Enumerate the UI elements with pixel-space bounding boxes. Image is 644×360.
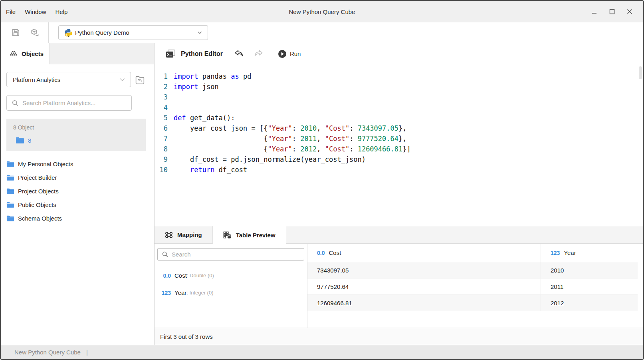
- sidebar-folder-item[interactable]: Project Objects: [6, 184, 149, 198]
- save-button[interactable]: [9, 26, 22, 40]
- redo-button[interactable]: [252, 47, 265, 61]
- table-row[interactable]: 12609466.812012: [307, 295, 638, 311]
- code-line[interactable]: 7 {"Year": 2011, "Cost": 9777520.64},: [155, 133, 643, 144]
- column-label-year: Year: [564, 249, 576, 256]
- window-title: New Python Query Cube: [1, 8, 643, 15]
- folder-up-icon: [135, 75, 145, 84]
- sidebar-search-input[interactable]: [22, 99, 127, 106]
- close-button[interactable]: [624, 6, 635, 17]
- search-result-group: 8 Object 8: [6, 119, 146, 151]
- sidebar-folder-item[interactable]: Public Objects: [6, 198, 149, 211]
- cell-year: 2010: [541, 262, 638, 278]
- code-line[interactable]: 3: [155, 92, 643, 102]
- python-query-icon: [64, 28, 73, 37]
- code-text: {"Year": 2012, "Cost": 12609466.81}]: [174, 144, 411, 154]
- line-number: 1: [155, 71, 174, 82]
- result-folder-label: 8: [28, 137, 31, 144]
- line-number: 9: [155, 154, 174, 165]
- code-text: return df_cost: [174, 165, 247, 175]
- maximize-icon: [609, 8, 615, 15]
- cell-cost: 9777520.64: [307, 278, 541, 294]
- sidebar-folder-item[interactable]: Schema Objects: [6, 211, 149, 225]
- preview-table: 0.0 Cost 123 Year 7343097.0520109777520.…: [307, 244, 638, 311]
- minimize-icon: [591, 8, 598, 15]
- code-line[interactable]: 5def get_data():: [155, 113, 643, 123]
- code-line[interactable]: 10 return df_cost: [155, 165, 643, 175]
- code-text: import json: [174, 82, 219, 92]
- maximize-button[interactable]: [606, 6, 618, 17]
- run-play-icon: [278, 50, 287, 58]
- menu-window[interactable]: Window: [25, 8, 46, 15]
- type-badge: 0.0: [159, 272, 171, 279]
- menu-file[interactable]: File: [6, 8, 16, 15]
- sidebar-search-box: [6, 95, 132, 111]
- menu-bar: File Window Help New Python Query Cube: [1, 1, 643, 22]
- code-line[interactable]: 4: [155, 102, 643, 113]
- sidebar-folder-item[interactable]: My Personal Objects: [6, 157, 149, 171]
- rows-count-footer: First 3 out of 3 rows: [155, 328, 643, 345]
- folder-icon: [6, 174, 14, 181]
- status-bar-text: New Python Query Cube: [14, 349, 81, 356]
- run-button[interactable]: Run: [278, 50, 301, 58]
- folder-up-button[interactable]: [134, 74, 145, 85]
- line-number: 10: [155, 165, 174, 175]
- cell-year: 2012: [541, 295, 638, 311]
- folder-label: Schema Objects: [18, 215, 62, 222]
- code-line[interactable]: 9 df_cost = pd.json_normalize(year_cost_…: [155, 154, 643, 165]
- cell-cost: 7343097.05: [307, 262, 541, 278]
- fields-search-input[interactable]: [172, 251, 300, 258]
- column-header-cost[interactable]: 0.0 Cost: [307, 244, 541, 262]
- editor-scrollbar-thumb[interactable]: [639, 66, 642, 79]
- code-line[interactable]: 8 {"Year": 2012, "Cost": 12609466.81}]: [155, 144, 643, 154]
- field-item[interactable]: 0.0Cost: Double (0): [159, 267, 304, 284]
- minimize-button[interactable]: [589, 6, 600, 17]
- toolbar: Python Query Demo: [1, 22, 643, 43]
- line-number: 6: [155, 123, 174, 133]
- table-row[interactable]: 9777520.642011: [307, 278, 638, 295]
- folder-list: My Personal ObjectsProject BuilderProjec…: [6, 157, 149, 225]
- code-editor[interactable]: 1import pandas as pd2import json345def g…: [155, 64, 643, 226]
- result-folder-item[interactable]: 8: [16, 137, 139, 144]
- preview-table-area: 0.0 Cost 123 Year 7343097.0520109777520.…: [307, 244, 643, 328]
- field-item[interactable]: 123Year: Integer (0): [159, 284, 304, 301]
- close-icon: [626, 8, 633, 15]
- sidebar-folder-item[interactable]: Project Builder: [6, 171, 149, 184]
- tab-objects[interactable]: Objects: [1, 43, 50, 64]
- dataset-selector-dropdown[interactable]: Python Query Demo: [58, 25, 208, 40]
- mapping-icon: [165, 231, 173, 239]
- line-number: 2: [155, 82, 174, 92]
- tab-mapping[interactable]: Mapping: [155, 226, 212, 243]
- code-line[interactable]: 6 year_cost_json = [{"Year": 2010, "Cost…: [155, 123, 643, 133]
- menu-help[interactable]: Help: [55, 8, 68, 15]
- cube-refresh-icon: [30, 28, 39, 37]
- code-line[interactable]: 2import json: [155, 82, 643, 92]
- bottom-tab-bar: Mapping: [155, 226, 643, 244]
- result-group-label: 8 Object: [13, 124, 139, 131]
- tab-table-preview[interactable]: Table Preview: [212, 226, 286, 244]
- cube-refresh-button[interactable]: [28, 26, 41, 40]
- table-row[interactable]: 7343097.052010: [307, 262, 638, 278]
- line-number: 8: [155, 144, 174, 154]
- code-line[interactable]: 1import pandas as pd: [155, 71, 643, 82]
- window-controls: [589, 6, 643, 17]
- chevron-down-icon: [197, 30, 203, 36]
- source-dropdown-value: Platform Analytics: [13, 76, 60, 83]
- code-text: {"Year": 2011, "Cost": 9777520.64},: [174, 133, 407, 144]
- field-meta: : Double (0): [187, 272, 214, 278]
- column-label-cost: Cost: [329, 249, 341, 256]
- menu-items: File Window Help: [1, 8, 77, 15]
- field-name: Year: [174, 289, 186, 296]
- source-dropdown[interactable]: Platform Analytics: [6, 72, 131, 87]
- undo-button[interactable]: [232, 47, 246, 61]
- undo-icon: [234, 49, 244, 59]
- chevron-down-icon: [119, 76, 126, 83]
- line-number: 4: [155, 102, 174, 113]
- line-number: 3: [155, 92, 174, 102]
- folder-icon: [6, 215, 14, 222]
- code-lines: 1import pandas as pd2import json345def g…: [155, 71, 643, 175]
- column-header-year[interactable]: 123 Year: [541, 244, 638, 262]
- redo-icon: [253, 49, 264, 59]
- double-type-icon: 0.0: [317, 250, 325, 256]
- folder-label: My Personal Objects: [18, 161, 73, 167]
- table-preview-content: 0.0Cost: Double (0)123Year: Integer (0) …: [155, 244, 643, 328]
